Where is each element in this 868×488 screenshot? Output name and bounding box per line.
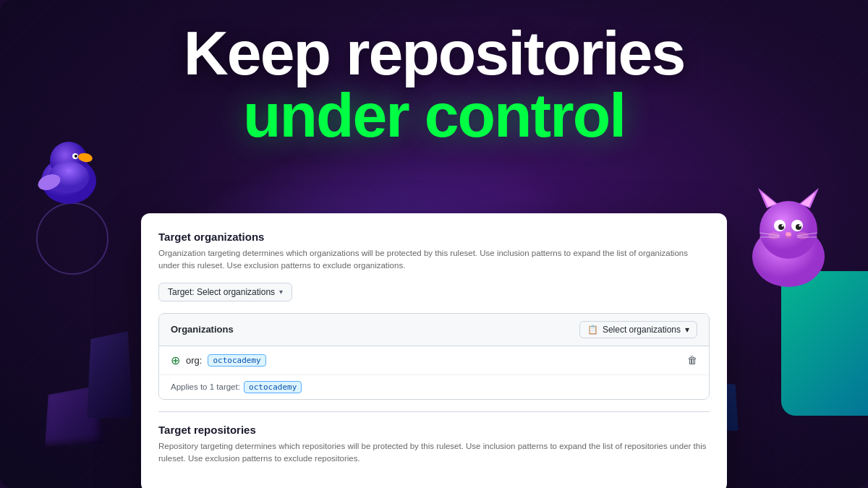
- svg-point-18: [799, 225, 801, 227]
- applies-text: Applies to 1 target:: [171, 382, 240, 391]
- orgs-header-label: Organizations: [171, 324, 234, 335]
- headline: Keep repositories under control: [0, 22, 868, 146]
- svg-point-19: [786, 232, 791, 236]
- applies-row: Applies to 1 target: octocademy: [159, 375, 709, 399]
- select-organizations-button[interactable]: 📋 Select organizations ▾: [579, 321, 697, 338]
- target-orgs-desc: Organization targeting determines which …: [158, 247, 710, 273]
- svg-point-17: [782, 225, 784, 227]
- svg-point-8: [760, 201, 817, 259]
- target-orgs-section: Target organizations Organization target…: [158, 231, 710, 400]
- org-prefix: org:: [186, 355, 202, 366]
- target-repos-title: Target repositories: [158, 424, 710, 436]
- target-orgs-title: Target organizations: [158, 231, 710, 243]
- plus-circle-icon: ⊕: [171, 354, 180, 367]
- target-repos-section: Target repositories Repository targeting…: [158, 411, 710, 466]
- orgs-table: Organizations 📋 Select organizations ▾ ⊕…: [158, 313, 710, 400]
- trash-icon[interactable]: 🗑: [687, 354, 697, 366]
- ui-card: Target organizations Organization target…: [141, 213, 727, 488]
- svg-point-6: [75, 155, 77, 158]
- target-dropdown-label: Target: Select organizations: [168, 287, 275, 297]
- target-repos-desc: Repository targeting determines which re…: [158, 440, 710, 466]
- org-tag: octocademy: [208, 354, 265, 367]
- repo-icon: 📋: [587, 325, 598, 335]
- org-row: ⊕ org: octocademy 🗑: [159, 346, 709, 375]
- block-decoration-left2: [87, 331, 132, 418]
- select-orgs-btn-label: Select organizations: [603, 325, 681, 335]
- select-orgs-chevron-icon: ▾: [685, 325, 689, 335]
- headline-line1: Keep repositories: [0, 22, 868, 84]
- org-row-left: ⊕ org: octocademy: [171, 354, 266, 367]
- cat-mascot: [731, 181, 846, 296]
- applies-target-tag: octocademy: [244, 381, 302, 393]
- orgs-table-header: Organizations 📋 Select organizations ▾: [159, 314, 709, 346]
- circle-decoration: [36, 202, 109, 275]
- chevron-down-icon: ▾: [279, 288, 283, 296]
- headline-line2: under control: [0, 84, 868, 146]
- target-dropdown[interactable]: Target: Select organizations ▾: [158, 283, 292, 301]
